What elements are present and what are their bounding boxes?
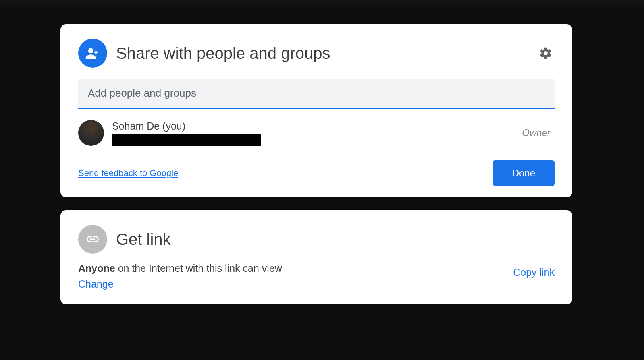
svg-point-0 [88,48,93,53]
person-name: Soham De (you) [112,120,514,132]
copy-link-button[interactable]: Copy link [513,263,555,278]
share-dialog-container: Share with people and groups Soham De (y… [60,24,572,317]
person-email-redacted [112,134,261,146]
person-info: Soham De (you) [112,120,514,146]
person-row: Soham De (you) Owner [78,120,555,146]
person-role: Owner [522,127,555,139]
done-button[interactable]: Done [493,160,555,186]
settings-button[interactable] [537,44,555,62]
share-footer: Send feedback to Google Done [78,160,555,186]
person-add-icon [78,39,107,68]
getlink-description-wrap: Anyone on the Internet with this link ca… [78,263,282,290]
gear-icon [539,46,553,60]
feedback-link[interactable]: Send feedback to Google [78,168,178,178]
avatar [78,120,104,146]
change-link[interactable]: Change [78,278,114,290]
getlink-title: Get link [116,230,555,248]
getlink-desc-rest: on the Internet with this link can view [115,263,282,274]
getlink-description: Anyone on the Internet with this link ca… [78,263,282,274]
getlink-header: Get link [78,225,555,254]
add-people-input[interactable] [88,87,545,99]
share-title: Share with people and groups [116,44,528,62]
add-people-input-wrap[interactable] [78,79,555,109]
getlink-desc-bold: Anyone [78,263,115,274]
share-card: Share with people and groups Soham De (y… [60,24,572,197]
link-icon [78,225,107,254]
getlink-body: Anyone on the Internet with this link ca… [78,263,555,290]
share-header: Share with people and groups [78,39,555,68]
getlink-card: Get link Anyone on the Internet with thi… [60,210,572,304]
